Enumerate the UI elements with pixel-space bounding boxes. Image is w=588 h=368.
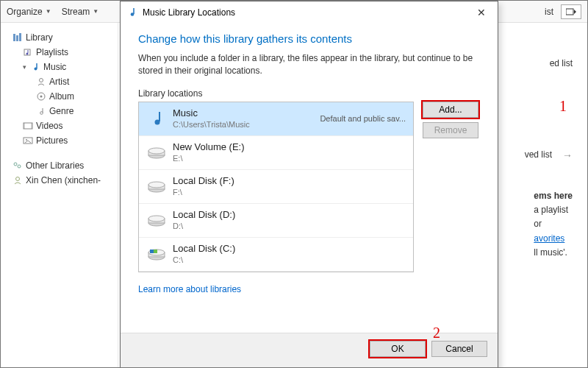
view-icon xyxy=(566,7,576,16)
truncated-text: ll music'. xyxy=(534,246,573,260)
ok-button[interactable]: OK xyxy=(370,341,426,357)
sidebar-item-playlists[interactable]: Playlists xyxy=(7,45,115,60)
svg-point-18 xyxy=(16,177,20,181)
music-icon xyxy=(30,62,40,72)
svg-point-5 xyxy=(26,53,29,55)
add-button[interactable]: Add... xyxy=(423,102,478,118)
network-icon xyxy=(12,160,23,171)
location-name: New Volume (E:) xyxy=(173,141,406,153)
svg-point-20 xyxy=(155,120,160,125)
sidebar-item-label: Artist xyxy=(49,77,69,87)
location-item[interactable]: MusicC:\Users\Trista\MusicDefault and pu… xyxy=(139,102,413,136)
sidebar-item-label: Pictures xyxy=(36,135,68,146)
sidebar-item-label: Playlists xyxy=(36,47,68,57)
svg-point-16 xyxy=(14,163,17,166)
drive-icon xyxy=(146,244,167,264)
user-library-icon xyxy=(12,175,23,185)
annotation-1: 1 xyxy=(559,98,567,115)
locations-list[interactable]: MusicC:\Users\Trista\MusicDefault and pu… xyxy=(138,102,414,272)
svg-rect-33 xyxy=(150,250,154,253)
sidebar-item-label: Videos xyxy=(36,121,62,131)
annotation-2: 2 xyxy=(433,325,440,342)
drive-icon xyxy=(146,176,167,197)
dialog-description: When you include a folder in a library, … xyxy=(138,52,480,78)
chevron-down-icon: ▼ xyxy=(93,8,98,15)
dialog-footer: OK Cancel xyxy=(121,333,498,368)
sidebar-item-label: Library xyxy=(26,32,53,43)
remove-button[interactable]: Remove xyxy=(423,122,478,138)
sidebar-item-artist[interactable]: Artist xyxy=(7,74,115,89)
sidebar-item-label: Album xyxy=(49,91,74,102)
svg-point-23 xyxy=(148,148,165,154)
svg-rect-13 xyxy=(31,123,32,129)
sidebar-item-genre[interactable]: Genre xyxy=(7,104,115,118)
video-icon xyxy=(23,121,33,131)
svg-point-6 xyxy=(35,68,37,71)
truncated-label: ist xyxy=(545,7,553,17)
drive-icon xyxy=(146,210,167,230)
artist-icon xyxy=(36,77,46,87)
svg-point-17 xyxy=(18,165,21,168)
music-icon xyxy=(146,108,167,129)
svg-point-10 xyxy=(40,112,43,115)
location-item[interactable]: Local Disk (D:)D:\ xyxy=(139,204,413,238)
location-path: E:\ xyxy=(173,154,406,164)
chevron-down-icon[interactable]: ▾ xyxy=(23,63,30,71)
location-path: C:\Users\Trista\Music xyxy=(173,120,320,130)
truncated-text: a playlist xyxy=(534,203,573,217)
sidebar-item-videos[interactable]: Videos xyxy=(7,118,115,133)
close-icon: ✕ xyxy=(477,7,486,18)
arrow-right-icon[interactable]: → xyxy=(562,149,573,161)
learn-more-link[interactable]: Learn more about libraries xyxy=(138,284,241,294)
svg-rect-1 xyxy=(13,34,15,41)
location-name: Local Disk (C:) xyxy=(173,243,406,255)
truncated-text: ed list xyxy=(550,58,573,68)
sidebar-item-library[interactable]: Library xyxy=(7,30,115,45)
svg-point-7 xyxy=(40,79,43,82)
sidebar-item-pictures[interactable]: Pictures xyxy=(7,133,115,148)
cancel-button[interactable]: Cancel xyxy=(431,341,487,357)
location-path: F:\ xyxy=(173,188,406,198)
music-icon xyxy=(126,7,138,18)
truncated-heading: ems here xyxy=(534,189,573,203)
sidebar: Library Playlists ▾Music Artist Album Ge… xyxy=(1,23,118,367)
location-item[interactable]: Local Disk (C:)C:\ xyxy=(139,238,413,272)
drive-icon xyxy=(146,142,167,163)
location-tag: Default and public sav... xyxy=(320,114,406,123)
chevron-down-icon: ▼ xyxy=(46,8,51,15)
svg-rect-12 xyxy=(24,123,25,129)
location-name: Music xyxy=(173,107,320,119)
svg-point-29 xyxy=(148,216,165,222)
sidebar-item-label: Other Libraries xyxy=(26,160,84,171)
dialog-heading: Change how this library gathers its cont… xyxy=(138,32,480,45)
genre-icon xyxy=(36,106,46,116)
stream-menu[interactable]: Stream▼ xyxy=(62,7,99,17)
location-path: D:\ xyxy=(173,222,406,232)
svg-point-19 xyxy=(131,13,135,16)
library-icon xyxy=(12,32,23,43)
playlist-icon xyxy=(23,47,33,57)
sidebar-item-xinchen[interactable]: Xin Chen (xinchen- xyxy=(7,173,115,188)
view-options-button[interactable] xyxy=(561,4,581,19)
sidebar-item-label: Music xyxy=(43,62,66,72)
close-button[interactable]: ✕ xyxy=(467,2,496,23)
svg-point-9 xyxy=(40,96,43,98)
library-locations-dialog: Music Library Locations ✕ Change how thi… xyxy=(120,1,498,368)
organize-menu[interactable]: Organize▼ xyxy=(7,7,51,17)
svg-rect-34 xyxy=(154,250,157,253)
album-icon xyxy=(36,91,46,102)
svg-point-26 xyxy=(148,182,165,188)
sidebar-item-music[interactable]: ▾Music xyxy=(7,60,115,74)
favorites-link[interactable]: avorites xyxy=(534,233,564,244)
svg-point-15 xyxy=(26,139,27,141)
svg-rect-3 xyxy=(19,33,21,41)
location-name: Local Disk (D:) xyxy=(173,209,406,221)
location-name: Local Disk (F:) xyxy=(173,175,406,187)
location-item[interactable]: New Volume (E:)E:\ xyxy=(139,136,413,170)
dialog-title: Music Library Locations xyxy=(143,7,467,18)
location-item[interactable]: Local Disk (F:)F:\ xyxy=(139,170,413,204)
sidebar-item-other-libraries[interactable]: Other Libraries xyxy=(7,158,115,173)
svg-rect-0 xyxy=(566,9,573,15)
locations-label: Library locations xyxy=(138,88,480,99)
sidebar-item-album[interactable]: Album xyxy=(7,89,115,104)
